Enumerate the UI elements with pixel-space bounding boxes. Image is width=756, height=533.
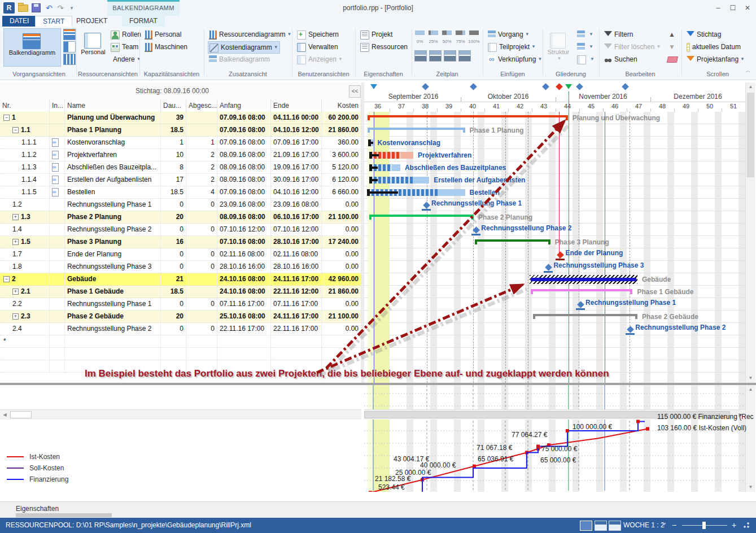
cell[interactable] <box>0 360 50 373</box>
cell[interactable]: 07.10.16 12:00 <box>217 224 271 236</box>
cell[interactable] <box>50 137 65 149</box>
gantt-vscroll-thumb[interactable] <box>747 93 754 177</box>
schedule-tool-3-icon[interactable] <box>444 50 456 62</box>
cell[interactable]: 21 860.00 <box>322 124 361 137</box>
table-hscrollbar[interactable]: ◀ <box>0 409 361 420</box>
cell[interactable]: Rechnungsstellung Phase 3 <box>65 261 161 273</box>
verbinden-button[interactable]: ▼ <box>576 54 595 65</box>
cell[interactable]: 1.8 <box>0 261 50 273</box>
cell[interactable]: Ende der Planung <box>65 248 161 261</box>
cell[interactable]: 1.1.1 <box>0 137 50 149</box>
cell[interactable]: 20 <box>161 311 186 323</box>
gantt-summary-bracket[interactable] <box>369 215 474 220</box>
table-row[interactable]: 1.2Rechnungsstellung Phase 10023.09.16 0… <box>0 199 361 211</box>
task-view-3-icon[interactable] <box>63 54 76 65</box>
cell[interactable]: 0.00 <box>322 298 361 311</box>
stichtag-button[interactable]: Stichtag <box>685 29 721 40</box>
filtern-button[interactable]: Filtern <box>603 29 633 40</box>
cell[interactable] <box>186 112 217 124</box>
expand-icon[interactable]: + <box>12 214 19 220</box>
team-button[interactable]: Team <box>110 41 138 53</box>
table-row[interactable]: 2.4Rechnungsstellung Phase 20022.11.16 1… <box>0 323 361 335</box>
cell[interactable]: 02.11.16 08:00 <box>271 248 322 261</box>
scroll-down-icon[interactable]: ▼ <box>746 374 755 383</box>
cell[interactable] <box>50 112 65 124</box>
cell[interactable]: 04.10.16 12:00 <box>271 124 322 137</box>
tab-projekt[interactable]: PROJEKT <box>69 16 115 27</box>
cell[interactable]: 21 860.00 <box>322 286 361 298</box>
scroll-down-icon[interactable]: ▼ <box>746 483 755 492</box>
cell[interactable] <box>50 124 65 137</box>
cell[interactable]: 2 <box>186 174 217 186</box>
cell[interactable] <box>161 348 186 360</box>
task-view-1-icon[interactable] <box>63 29 76 40</box>
expand-icon[interactable]: + <box>12 289 19 295</box>
balkendiagramm-zusatz-button[interactable]: Balkendiagramm <box>208 54 270 65</box>
cell[interactable]: 0 <box>186 248 217 261</box>
close-button[interactable]: ✕ <box>742 3 753 12</box>
cell[interactable]: 1.7 <box>0 248 50 261</box>
cell[interactable]: 07.09.16 08:00 <box>217 186 271 199</box>
verknuepfung-button[interactable]: Verknüpfung▼ <box>487 54 542 65</box>
cell[interactable]: 08.09.16 08:00 <box>217 174 271 186</box>
table-row[interactable]: 1.1.5Bestellen18.5407.09.16 08:0004.10.1… <box>0 186 361 199</box>
cell[interactable]: Phase 2 Gebäude <box>65 311 161 323</box>
cell[interactable]: 0.00 <box>322 323 361 335</box>
teilprojekt-button[interactable]: Teilprojekt▼ <box>487 41 536 53</box>
cell[interactable]: 0 <box>186 224 217 236</box>
cell[interactable] <box>271 348 322 360</box>
cell[interactable]: 30.09.16 17:00 <box>271 174 322 186</box>
column-header-0[interactable]: Nr. <box>0 99 50 112</box>
cell[interactable]: Kostenvoranschlag <box>65 137 161 149</box>
cell[interactable]: Phase 2 Planung <box>65 211 161 224</box>
cell[interactable]: 1.4 <box>0 224 50 236</box>
scroll-up-icon[interactable]: ▲ <box>746 82 755 91</box>
progress-100-button[interactable]: 100% <box>468 29 480 46</box>
cell[interactable]: 28.10.16 16:00 <box>271 261 322 273</box>
gantt-summary-bracket[interactable] <box>533 314 637 319</box>
cell[interactable] <box>50 224 65 236</box>
cell[interactable]: 17 240.00 <box>322 236 361 248</box>
vorgang-button[interactable]: Vorgang▼ <box>487 29 530 40</box>
cell[interactable]: 07.11.16 17:00 <box>217 298 271 311</box>
cell[interactable] <box>50 199 65 211</box>
suchen-button[interactable]: Suchen <box>603 54 637 65</box>
cell[interactable]: 4 <box>186 186 217 199</box>
schedule-tool-1-icon[interactable] <box>414 50 427 62</box>
cell[interactable]: 19.09.16 17:00 <box>271 161 322 174</box>
cell[interactable]: 21.09.16 17:00 <box>271 149 322 161</box>
cell[interactable] <box>65 335 161 348</box>
cell[interactable]: 04.11.16 00:00 <box>271 112 322 124</box>
table-row[interactable]: * <box>0 335 361 348</box>
cell[interactable]: 5 120.00 <box>322 161 361 174</box>
cell[interactable] <box>50 261 65 273</box>
cell[interactable]: 08.09.16 08:00 <box>217 161 271 174</box>
cell[interactable] <box>50 311 65 323</box>
cell[interactable] <box>50 161 65 174</box>
cell[interactable] <box>217 348 271 360</box>
table-hscroll-thumb[interactable] <box>10 411 32 418</box>
cell[interactable]: 60 200.00 <box>322 112 361 124</box>
gantt-project-bar[interactable] <box>530 275 637 284</box>
cell[interactable]: 07.10.16 12:00 <box>271 224 322 236</box>
cell[interactable]: 22.11.16 12:00 <box>271 286 322 298</box>
cell[interactable] <box>271 335 322 348</box>
cell[interactable]: Gebäude <box>65 273 161 286</box>
cell[interactable]: 1.1.2 <box>0 149 50 161</box>
collapse-icon[interactable]: − <box>12 127 19 133</box>
struktur-button[interactable]: Struktur▼ <box>544 28 573 65</box>
cell[interactable]: 0 <box>186 261 217 273</box>
cell[interactable]: 18.5 <box>161 186 186 199</box>
table-row[interactable]: 2.2Rechnungsstellung Phase 10007.11.16 1… <box>0 298 361 311</box>
cell[interactable]: Planung und Überwachung <box>65 112 161 124</box>
cell[interactable]: 2 <box>186 161 217 174</box>
cell[interactable]: * <box>0 335 50 348</box>
table-row[interactable]: 1.1.4Erstellen der Aufgabenlisten17208.0… <box>0 174 361 186</box>
progress-0-button[interactable]: 0% <box>414 29 426 46</box>
cell[interactable]: Rechnungsstellung Phase 1 <box>65 199 161 211</box>
cell[interactable]: 1.2 <box>0 199 50 211</box>
table-row[interactable]: +1.5Phase 3 Planung1607.10.16 08:0028.10… <box>0 236 361 248</box>
cell[interactable]: 24.10.16 08:00 <box>217 273 271 286</box>
cell[interactable] <box>50 248 65 261</box>
cell[interactable]: 1 <box>186 137 217 149</box>
